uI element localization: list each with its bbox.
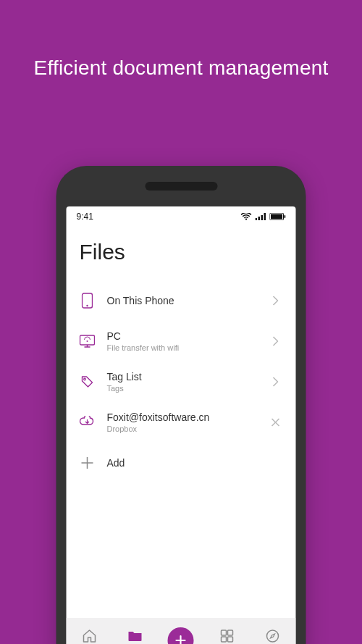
svg-marker-25 [271, 634, 275, 638]
svg-point-24 [267, 630, 279, 642]
status-bar: 9:41 [67, 206, 296, 227]
tab-files[interactable]: Files [115, 630, 156, 645]
row-label: PC [107, 330, 257, 342]
row-sublabel: Tags [107, 384, 257, 393]
plus-icon [80, 455, 96, 471]
source-pc[interactable]: PC File transfer with wifi [80, 321, 283, 361]
row-label: Add [107, 457, 257, 469]
svg-rect-5 [271, 214, 282, 219]
source-tag-list[interactable]: Tag List Tags [80, 361, 283, 402]
phone-icon [80, 293, 96, 309]
tab-template[interactable]: Template [206, 629, 247, 645]
svg-rect-20 [221, 630, 226, 635]
remove-account-button[interactable] [269, 415, 283, 430]
tab-new[interactable] [161, 627, 201, 644]
page-title: Files [80, 240, 283, 264]
svg-rect-3 [264, 213, 266, 220]
folder-icon [127, 630, 143, 643]
cellular-icon [256, 213, 266, 220]
svg-point-8 [86, 305, 88, 306]
compass-icon [266, 629, 280, 643]
svg-point-13 [84, 378, 86, 380]
chevron-right-icon [269, 375, 283, 389]
svg-rect-1 [258, 217, 261, 220]
tab-discover[interactable]: Discover [253, 629, 293, 645]
source-dropbox-account[interactable]: Foxit@foxitsoftware.cn Dropbox [80, 402, 283, 443]
add-source[interactable]: Add [80, 443, 283, 483]
svg-rect-23 [227, 637, 232, 642]
svg-rect-2 [261, 215, 264, 220]
row-sublabel: Dropbox [107, 425, 257, 433]
marketing-headline: Efficient document management [0, 0, 362, 80]
home-icon [81, 629, 97, 643]
phone-speaker [145, 182, 217, 191]
phone-frame: 9:41 Files On [56, 166, 306, 644]
svg-point-12 [87, 340, 88, 342]
tab-bar: Home Files Template [67, 618, 296, 644]
row-label: Foxit@foxitsoftware.cn [107, 411, 257, 423]
fab-plus-icon [168, 627, 194, 644]
svg-rect-0 [256, 218, 258, 220]
svg-rect-22 [221, 637, 226, 642]
dropbox-icon [80, 414, 96, 430]
row-label: Tag List [107, 371, 257, 382]
row-sublabel: File transfer with wifi [107, 343, 257, 352]
tab-home[interactable]: Home [69, 629, 109, 645]
tag-icon [80, 374, 96, 390]
chevron-right-icon [269, 293, 283, 308]
svg-rect-21 [227, 630, 232, 635]
status-icons [241, 213, 286, 221]
source-on-this-phone[interactable]: On This Phone [80, 280, 283, 321]
battery-icon [270, 213, 286, 220]
status-time: 9:41 [77, 212, 93, 222]
template-icon [219, 629, 234, 643]
pc-icon [80, 333, 96, 349]
chevron-right-icon [269, 334, 283, 348]
row-label: On This Phone [107, 295, 257, 306]
wifi-icon [241, 213, 252, 221]
svg-rect-6 [285, 215, 286, 218]
content: Files On This Phone PC [67, 227, 296, 618]
screen: 9:41 Files On [67, 206, 296, 644]
